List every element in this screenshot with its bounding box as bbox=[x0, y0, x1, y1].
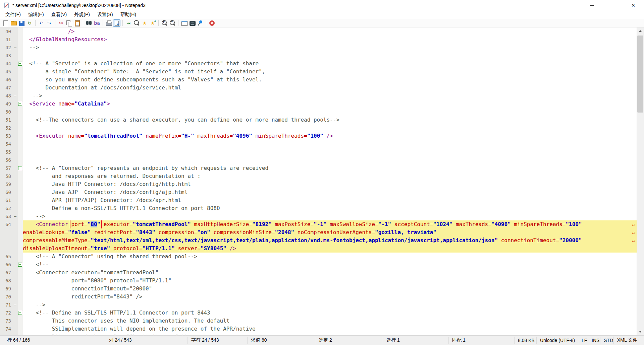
maximize-button[interactable] bbox=[602, 0, 623, 10]
line-number[interactable]: 45 bbox=[0, 68, 13, 76]
fold-end-margin[interactable]: − bbox=[13, 44, 18, 52]
close-button[interactable]: × bbox=[623, 0, 644, 10]
favorites-icon[interactable]: ★ bbox=[141, 19, 148, 27]
code-text[interactable] bbox=[23, 108, 637, 116]
revert-file-icon[interactable]: ↻ bbox=[26, 19, 33, 27]
code-line-49[interactable]: 49− <Service name="Catalina"> bbox=[0, 100, 637, 108]
line-number[interactable]: 72 bbox=[0, 309, 13, 317]
status-eval[interactable]: 求值 80 bbox=[247, 337, 267, 344]
line-number[interactable]: 48 bbox=[0, 92, 13, 100]
code-text[interactable]: Define a non-SSL/TLS HTTP/1.1 Connector … bbox=[23, 204, 637, 212]
line-number[interactable]: 41 bbox=[0, 36, 13, 44]
code-line-52[interactable]: 52 bbox=[0, 124, 637, 132]
code-text[interactable]: --> bbox=[23, 44, 637, 52]
code-text[interactable]: Java HTTP Connector: /docs/config/http.h… bbox=[23, 180, 637, 188]
code-text[interactable]: <Connector port="80" executor="tomcatThr… bbox=[23, 220, 637, 228]
code-line-46[interactable]: 46 so you may not define subcomponents s… bbox=[0, 76, 637, 84]
code-text[interactable]: --> bbox=[23, 212, 637, 220]
line-number[interactable]: 66 bbox=[0, 261, 13, 269]
fold-end-margin[interactable]: − bbox=[13, 212, 18, 220]
line-number[interactable]: 65 bbox=[0, 253, 13, 261]
code-line-51[interactable]: 51 <!--The connectors can use a shared e… bbox=[0, 116, 637, 124]
status-eol-mode[interactable]: LF bbox=[578, 337, 587, 344]
line-number[interactable]: 40 bbox=[0, 27, 13, 36]
code-text[interactable]: Documentation at /docs/config/service.ht… bbox=[23, 84, 637, 92]
code-line-58[interactable]: 58 and responses are returned. Documenta… bbox=[0, 172, 637, 180]
code-line-64-wrap1[interactable]: enableLookups="false" redirectPort="8443… bbox=[0, 228, 637, 236]
menu-help[interactable]: 帮助(H) bbox=[117, 10, 140, 19]
code-line-45[interactable]: 45 a single "Container" Note: A "Service… bbox=[0, 68, 637, 76]
code-line-61[interactable]: 61 APR (HTTP/AJP) Connector: /docs/apr.h… bbox=[0, 196, 637, 204]
line-number[interactable] bbox=[0, 228, 13, 236]
line-number[interactable]: 59 bbox=[0, 180, 13, 188]
fold-end-margin[interactable]: − bbox=[13, 301, 18, 309]
find-icon[interactable] bbox=[85, 19, 93, 27]
code-line-60[interactable]: 60 Java AJP Connector: /docs/config/ajp.… bbox=[0, 188, 637, 196]
line-number[interactable]: 52 bbox=[0, 124, 13, 132]
code-line-67[interactable]: 67 <Connector executor="tomcatThreadPool… bbox=[0, 269, 637, 277]
zoom-out-icon[interactable]: − bbox=[169, 19, 176, 27]
indent-guides-icon[interactable]: ⇥ bbox=[125, 19, 132, 27]
line-number[interactable]: 61 bbox=[0, 196, 13, 204]
code-line-54[interactable]: 54 bbox=[0, 140, 637, 148]
always-on-top-icon[interactable] bbox=[197, 19, 204, 27]
code-line-57[interactable]: 57− <!-- A "Connector" represents an end… bbox=[0, 164, 637, 172]
line-number[interactable]: 71 bbox=[0, 301, 13, 309]
code-text[interactable]: <Executor name="tomcatThreadPool" namePr… bbox=[23, 132, 637, 140]
menu-appearance[interactable]: 外观(P) bbox=[70, 10, 94, 19]
fold-margin[interactable]: − bbox=[18, 100, 23, 108]
code-line-55[interactable]: 55 bbox=[0, 148, 637, 156]
code-line-69[interactable]: 69 connectionTimeout="20000" bbox=[0, 285, 637, 293]
status-encoding[interactable]: Unicode (UTF-8) bbox=[536, 337, 575, 344]
line-number[interactable]: 67 bbox=[0, 269, 13, 277]
status-occurrences[interactable]: 匹配 1 bbox=[448, 337, 466, 344]
fold-margin[interactable]: − bbox=[18, 164, 23, 172]
scroll-up-button[interactable] bbox=[637, 27, 644, 34]
code-text[interactable]: </GlobalNamingResources> bbox=[23, 36, 637, 44]
code-text[interactable]: a single "Container" Note: A "Service" i… bbox=[23, 68, 637, 76]
code-text[interactable]: <!-- A "Connector" using the shared thre… bbox=[23, 253, 637, 261]
code-text[interactable]: --> bbox=[23, 92, 637, 100]
line-number[interactable]: 54 bbox=[0, 140, 13, 148]
code-line-47[interactable]: 47 Documentation at /docs/config/service… bbox=[0, 84, 637, 92]
code-text[interactable]: APR (HTTP/AJP) Connector: /docs/apr.html bbox=[23, 196, 637, 204]
focus-view-icon[interactable] bbox=[189, 19, 196, 27]
replace-icon[interactable]: ba bbox=[93, 19, 101, 27]
status-std-mode[interactable]: STD bbox=[600, 337, 613, 344]
code-line-64-wrap2[interactable]: compressableMimeType="text/html,text/xml… bbox=[0, 236, 637, 245]
line-number[interactable]: 64 bbox=[0, 220, 13, 228]
fold-collapse-icon[interactable]: − bbox=[18, 102, 22, 106]
line-number[interactable]: 44 bbox=[0, 60, 13, 68]
code-text[interactable]: compressableMimeType="text/html,text/xml… bbox=[23, 236, 637, 245]
code-line-75[interactable]: 75 library and the useOpenSSL attribute … bbox=[0, 333, 637, 335]
code-text[interactable]: library and the useOpenSSL attribute of … bbox=[23, 333, 637, 335]
code-text[interactable]: --> bbox=[23, 301, 637, 309]
menu-settings[interactable]: 设置(S) bbox=[94, 10, 117, 19]
code-line-71[interactable]: 71− --> bbox=[0, 301, 637, 309]
line-number[interactable]: 51 bbox=[0, 116, 13, 124]
menu-file[interactable]: 文件(F) bbox=[2, 10, 24, 19]
line-number[interactable]: 49 bbox=[0, 100, 13, 108]
code-line-53[interactable]: 53 <Executor name="tomcatThreadPool" nam… bbox=[0, 132, 637, 140]
status-selected-lines[interactable]: 选行 1 bbox=[383, 337, 400, 344]
print-icon[interactable] bbox=[105, 19, 112, 27]
line-number[interactable]: 53 bbox=[0, 132, 13, 140]
code-text[interactable] bbox=[23, 52, 637, 60]
code-text[interactable]: <Connector executor="tomcatThreadPool" bbox=[23, 269, 637, 277]
new-file-icon[interactable] bbox=[2, 19, 9, 27]
scroll-down-button[interactable] bbox=[637, 329, 644, 335]
line-number[interactable]: 63 bbox=[0, 212, 13, 220]
line-number[interactable]: 47 bbox=[0, 84, 13, 92]
code-line-64-wrap3[interactable]: disableUploadTimeout="true" protocol="HT… bbox=[0, 245, 637, 253]
code-text[interactable]: <!-- A "Connector" represents an endpoin… bbox=[23, 164, 637, 172]
code-text[interactable]: disableUploadTimeout="true" protocol="HT… bbox=[23, 245, 637, 253]
code-text[interactable] bbox=[23, 156, 637, 164]
scheme-config-icon[interactable] bbox=[180, 19, 188, 27]
code-text[interactable]: and responses are returned. Documentatio… bbox=[23, 172, 637, 180]
line-number[interactable]: 70 bbox=[0, 293, 13, 301]
code-text[interactable]: enableLookups="false" redirectPort="8443… bbox=[23, 228, 637, 236]
code-text[interactable]: <!-- bbox=[23, 261, 637, 269]
fold-margin[interactable]: − bbox=[18, 309, 23, 317]
code-line-63[interactable]: 63− --> bbox=[0, 212, 637, 220]
line-number[interactable]: 42 bbox=[0, 44, 13, 52]
